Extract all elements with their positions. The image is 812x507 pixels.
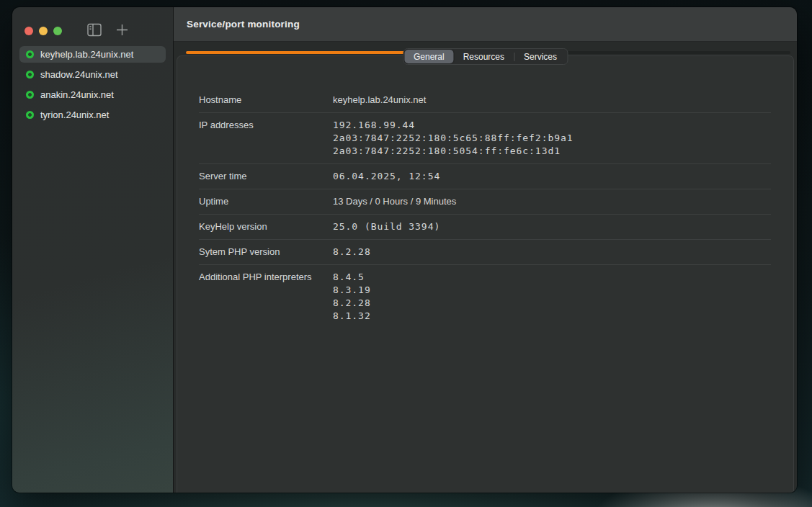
close-button[interactable] [24,27,33,35]
row-value: keyhelp.lab.24unix.net [333,94,426,107]
tab-services[interactable]: Services [514,50,566,63]
zoom-button[interactable] [53,27,62,35]
row-label: KeyHelp version [199,220,333,233]
sidebar-toggle-icon[interactable] [87,23,102,37]
table-row: Server time06.04.2025, 12:54 [199,164,771,189]
sidebar-item-server[interactable]: shadow.24unix.net [19,66,166,83]
row-label: Server time [199,170,333,183]
status-online-icon [26,111,34,119]
server-label: anakin.24unix.net [40,89,114,100]
table-row: IP addresses192.168.99.44 2a03:7847:2252… [199,113,771,164]
row-label: Additional PHP interpreters [199,271,333,323]
sidebar-item-server[interactable]: anakin.24unix.net [19,86,166,103]
status-online-icon [26,71,34,78]
plus-icon[interactable] [116,24,128,36]
app-window: keyhelp.lab.24unix.netshadow.24unix.neta… [12,7,797,493]
sidebar-toolbar [87,23,128,37]
sidebar: keyhelp.lab.24unix.netshadow.24unix.neta… [12,7,174,493]
page-title: Service/port monitoring [187,19,300,30]
row-label: Sytem PHP version [199,246,333,259]
server-label: keyhelp.lab.24unix.net [40,49,133,60]
minimize-button[interactable] [39,27,48,35]
table-row: Uptime13 Days / 0 Hours / 9 Minutes [199,189,771,215]
table-row: Hostnamekeyhelp.lab.24unix.net [199,88,771,113]
tab-bar: GeneralResourcesServices [403,48,568,65]
details-table: Hostnamekeyhelp.lab.24unix.netIP address… [199,88,771,328]
details-panel: Hostnamekeyhelp.lab.24unix.netIP address… [177,55,794,493]
status-online-icon [26,50,34,58]
sidebar-item-server[interactable]: tyrion.24unix.net [19,107,166,123]
window-titlebar: Service/port monitoring [174,7,797,42]
row-label: Hostname [199,94,333,107]
row-value: 8.2.28 [333,246,371,259]
row-label: IP addresses [199,119,333,158]
row-value: 25.0 (Build 3394) [333,220,440,233]
sidebar-item-server[interactable]: keyhelp.lab.24unix.net [19,46,166,63]
server-label: shadow.24unix.net [40,69,118,80]
server-label: tyrion.24unix.net [40,109,109,120]
tab-resources[interactable]: Resources [454,50,514,63]
table-row: Additional PHP interpreters8.4.5 8.3.19 … [199,265,771,328]
row-value: 06.04.2025, 12:54 [333,170,440,183]
table-row: Sytem PHP version8.2.28 [199,240,771,265]
status-online-icon [26,91,34,99]
window-controls [24,27,62,35]
row-value: 13 Days / 0 Hours / 9 Minutes [333,195,456,208]
desktop-background: keyhelp.lab.24unix.netshadow.24unix.neta… [0,0,812,507]
server-list: keyhelp.lab.24unix.netshadow.24unix.neta… [19,46,166,127]
row-value: 8.4.5 8.3.19 8.2.28 8.1.32 [333,271,371,323]
tab-general[interactable]: General [404,50,454,63]
row-label: Uptime [199,195,333,208]
table-row: KeyHelp version25.0 (Build 3394) [199,215,771,240]
row-value: 192.168.99.44 2a03:7847:2252:180:5c65:88… [333,119,574,158]
main-panel: Service/port monitoring GeneralResources… [174,7,797,493]
